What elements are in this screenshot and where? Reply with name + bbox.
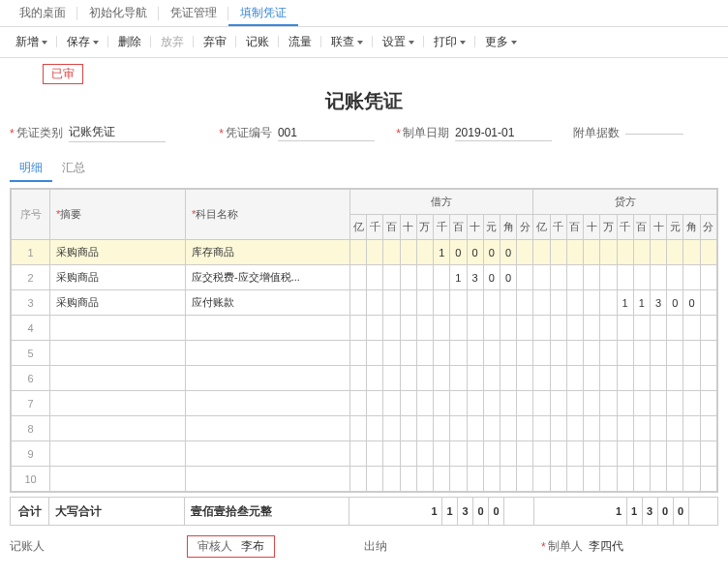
debit-digit[interactable] <box>467 290 483 316</box>
post-button[interactable]: 记账 <box>238 34 277 50</box>
credit-digit[interactable] <box>617 265 633 290</box>
debit-digit[interactable] <box>517 265 533 290</box>
table-row[interactable]: 3采购商品应付账款11300 <box>12 290 717 316</box>
add-button[interactable]: 新增 <box>8 34 55 50</box>
debit-digit[interactable]: 1 <box>434 240 450 265</box>
credit-digit[interactable] <box>600 290 617 316</box>
table-row[interactable]: 4 <box>12 316 717 341</box>
debit-digit[interactable] <box>416 240 433 265</box>
debit-digit[interactable] <box>383 265 400 290</box>
no-value[interactable]: 001 <box>278 126 375 141</box>
debit-digit[interactable] <box>500 290 516 316</box>
credit-digit[interactable] <box>584 265 600 290</box>
credit-digit[interactable] <box>584 240 600 265</box>
table-row[interactable]: 9 <box>12 441 717 467</box>
table-row[interactable]: 2采购商品应交税费-应交增值税...1300 <box>12 265 717 290</box>
credit-digit[interactable]: 0 <box>667 290 683 316</box>
credit-digit[interactable] <box>700 290 716 316</box>
print-button[interactable]: 打印 <box>426 34 473 50</box>
table-row[interactable]: 7 <box>12 391 717 416</box>
tab-desktop[interactable]: 我的桌面 <box>8 0 77 26</box>
credit-digit[interactable] <box>650 265 666 290</box>
debit-digit[interactable] <box>350 240 367 265</box>
debit-digit[interactable] <box>434 265 450 290</box>
debit-digit[interactable]: 0 <box>483 265 500 290</box>
credit-digit[interactable] <box>533 290 550 316</box>
credit-digit[interactable] <box>566 265 583 290</box>
table-row[interactable]: 5 <box>12 341 717 366</box>
debit-digit[interactable]: 0 <box>500 240 516 265</box>
debit-digit[interactable] <box>517 240 533 265</box>
debit-digit[interactable] <box>517 290 533 316</box>
credit-digit[interactable] <box>600 265 617 290</box>
credit-digit[interactable]: 1 <box>633 290 650 316</box>
debit-digit[interactable] <box>367 240 383 265</box>
credit-digit[interactable] <box>566 240 583 265</box>
subtab-detail[interactable]: 明细 <box>10 156 52 182</box>
debit-digit[interactable] <box>367 290 383 316</box>
more-button[interactable]: 更多 <box>477 34 525 50</box>
delete-button[interactable]: 删除 <box>110 34 149 50</box>
credit-digit[interactable] <box>650 240 666 265</box>
credit-digit[interactable] <box>617 240 633 265</box>
debit-digit[interactable] <box>383 290 400 316</box>
row-summary[interactable]: 采购商品 <box>50 240 186 265</box>
credit-digit[interactable] <box>633 240 650 265</box>
credit-digit[interactable] <box>700 240 716 265</box>
flow-button[interactable]: 流量 <box>281 34 319 50</box>
discard-button[interactable]: 弃审 <box>196 34 234 50</box>
credit-digit[interactable] <box>550 240 566 265</box>
credit-digit[interactable]: 3 <box>650 290 666 316</box>
subtab-summary[interactable]: 汇总 <box>52 156 95 182</box>
debit-digit[interactable] <box>416 290 433 316</box>
table-row[interactable]: 6 <box>12 366 717 391</box>
debit-digit[interactable] <box>400 240 416 265</box>
save-button[interactable]: 保存 <box>59 34 106 50</box>
debit-digit[interactable] <box>367 265 383 290</box>
debit-digit[interactable] <box>483 290 500 316</box>
link-button[interactable]: 联查 <box>323 34 371 50</box>
settings-button[interactable]: 设置 <box>375 34 422 50</box>
credit-digit[interactable]: 1 <box>617 290 633 316</box>
tab-fill-voucher[interactable]: 填制凭证 <box>228 0 298 26</box>
row-subject[interactable]: 应交税费-应交增值税... <box>186 265 350 290</box>
credit-digit[interactable]: 0 <box>683 290 700 316</box>
debit-digit[interactable] <box>416 265 433 290</box>
debit-digit[interactable] <box>383 240 400 265</box>
debit-digit[interactable] <box>400 290 416 316</box>
table-row[interactable]: 1采购商品库存商品10000 <box>12 240 717 265</box>
credit-digit[interactable] <box>550 290 566 316</box>
abandon-button[interactable]: 放弃 <box>153 34 192 50</box>
debit-digit[interactable] <box>350 290 367 316</box>
debit-digit[interactable] <box>450 290 467 316</box>
credit-digit[interactable] <box>600 240 617 265</box>
credit-digit[interactable] <box>667 240 683 265</box>
tab-init-nav[interactable]: 初始化导航 <box>77 0 159 26</box>
table-row[interactable]: 10 <box>12 467 717 492</box>
credit-digit[interactable] <box>700 265 716 290</box>
tab-voucher-mgmt[interactable]: 凭证管理 <box>159 0 228 26</box>
credit-digit[interactable] <box>533 240 550 265</box>
type-value[interactable]: 记账凭证 <box>69 124 166 142</box>
credit-digit[interactable] <box>566 290 583 316</box>
attach-value[interactable] <box>625 133 683 135</box>
credit-digit[interactable] <box>533 265 550 290</box>
row-subject[interactable]: 应付账款 <box>186 290 350 316</box>
debit-digit[interactable]: 0 <box>483 240 500 265</box>
credit-digit[interactable] <box>550 265 566 290</box>
debit-digit[interactable] <box>350 265 367 290</box>
row-subject[interactable]: 库存商品 <box>186 240 350 265</box>
credit-digit[interactable] <box>584 290 600 316</box>
debit-digit[interactable]: 0 <box>467 240 483 265</box>
debit-digit[interactable]: 1 <box>450 265 467 290</box>
table-row[interactable]: 8 <box>12 416 717 441</box>
debit-digit[interactable]: 0 <box>450 240 467 265</box>
row-summary[interactable]: 采购商品 <box>50 265 186 290</box>
date-value[interactable]: 2019-01-01 <box>455 126 552 141</box>
row-summary[interactable]: 采购商品 <box>50 290 186 316</box>
credit-digit[interactable] <box>683 240 700 265</box>
credit-digit[interactable] <box>633 265 650 290</box>
credit-digit[interactable] <box>683 265 700 290</box>
debit-digit[interactable] <box>434 290 450 316</box>
debit-digit[interactable]: 0 <box>500 265 516 290</box>
